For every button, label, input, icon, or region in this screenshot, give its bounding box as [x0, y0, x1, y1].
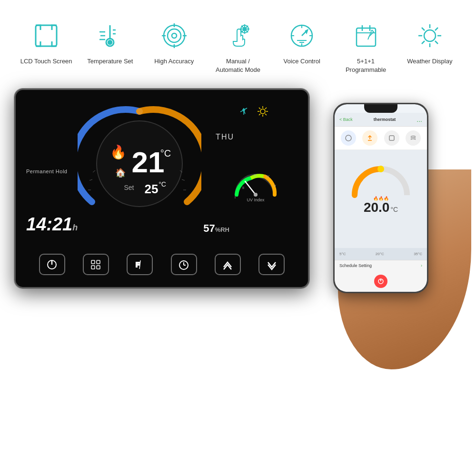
- target-icon: [158, 19, 191, 52]
- time-value: 14:21: [26, 214, 72, 234]
- svg-text:°C: °C: [160, 148, 171, 159]
- weather-label: Weather Display: [407, 57, 452, 66]
- svg-text:II: II: [242, 186, 244, 189]
- temp-range-mid: 20°C: [376, 252, 384, 256]
- sun-icon: [413, 19, 446, 52]
- schedule-button[interactable]: [171, 254, 197, 275]
- hand-gear-icon: [221, 19, 255, 52]
- time-unit: h: [72, 223, 78, 232]
- svg-text:IV: IV: [266, 175, 269, 178]
- svg-point-39: [424, 30, 436, 41]
- humidity-display: 57%RH: [203, 222, 229, 235]
- phone-gauge-svg: 🔥🔥🔥: [347, 155, 414, 202]
- svg-line-72: [93, 170, 95, 172]
- phone-schedule-row[interactable]: Schedule Setting ›: [335, 260, 427, 271]
- svg-marker-28: [306, 30, 307, 33]
- wind-icon: [237, 104, 251, 119]
- temp-range-high: 35°C: [414, 252, 422, 256]
- time-display: 14:21h: [26, 214, 78, 235]
- phone-container: < Back thermostat ...: [319, 103, 462, 355]
- svg-text:🏠: 🏠: [115, 168, 126, 178]
- svg-text:21: 21: [132, 146, 165, 178]
- phone-temp-container: 20.0 °C: [364, 198, 398, 215]
- unit-toggle-button[interactable]: F: [127, 254, 153, 275]
- svg-line-37: [372, 30, 374, 32]
- manual-auto-label: Manual / Automatic Mode: [216, 57, 260, 74]
- svg-point-53: [260, 109, 265, 114]
- svg-text:III: III: [254, 174, 257, 177]
- schedule-label: Schedule Setting: [339, 263, 372, 268]
- phone-back-btn[interactable]: < Back: [339, 117, 353, 122]
- permanent-hold-label: Permanent Hold: [26, 169, 68, 174]
- features-row: LCD Touch Screen Temperature Set: [0, 0, 476, 84]
- svg-rect-96: [389, 136, 394, 140]
- thermostat-screen: Permanent Hold 14:21h THU: [16, 90, 308, 287]
- phone-screen: < Back thermostat ...: [335, 104, 427, 292]
- svg-point-77: [254, 193, 258, 197]
- svg-rect-87: [91, 266, 95, 269]
- feature-temp-set: Temperature Set: [81, 19, 139, 66]
- high-accuracy-label: High Accuracy: [154, 57, 194, 66]
- phone-icons-row: [335, 127, 427, 150]
- voice-icon: [285, 19, 318, 52]
- svg-point-9: [164, 25, 185, 46]
- svg-text:°C: °C: [159, 180, 166, 188]
- lcd-label: LCD Touch Screen: [20, 57, 72, 66]
- phone-frame: < Back thermostat ...: [333, 103, 428, 293]
- svg-line-76: [245, 181, 256, 195]
- weather-icons: [237, 104, 270, 119]
- svg-line-46: [435, 28, 438, 30]
- humidity-value: 57: [203, 222, 215, 234]
- programmable-label: 5+1+1 Programmable: [346, 57, 386, 74]
- svg-line-59: [265, 114, 267, 115]
- feature-lcd: LCD Touch Screen: [18, 19, 75, 66]
- phone-btn-4[interactable]: [406, 130, 421, 146]
- svg-point-11: [172, 33, 177, 38]
- svg-text:V: V: [274, 184, 276, 188]
- svg-point-97: [377, 166, 384, 172]
- phone-more-btn[interactable]: ...: [416, 116, 422, 123]
- power-button[interactable]: [39, 254, 65, 275]
- svg-text:25: 25: [145, 182, 159, 196]
- phone-notch: [364, 104, 397, 113]
- phone-power-button[interactable]: [374, 275, 387, 288]
- svg-point-3: [108, 40, 112, 44]
- svg-line-61: [259, 114, 260, 115]
- phone-temp-unit: °C: [390, 206, 398, 213]
- svg-rect-0: [36, 25, 57, 46]
- svg-text:I: I: [235, 196, 236, 199]
- feature-weather: Weather Display: [401, 19, 458, 66]
- temp-range-low: 5°C: [339, 252, 346, 256]
- temp-down-button[interactable]: [258, 254, 285, 275]
- phone-temp-value: 20.0: [364, 200, 390, 215]
- svg-line-47: [422, 41, 425, 44]
- phone-btn-1[interactable]: [341, 130, 356, 146]
- svg-line-60: [265, 108, 267, 109]
- button-bar: F: [16, 254, 308, 275]
- phone-btn-3[interactable]: [384, 130, 399, 146]
- schedule-icon: [349, 19, 383, 52]
- svg-rect-88: [97, 266, 100, 269]
- humidity-unit: %RH: [215, 226, 229, 233]
- menu-button[interactable]: [83, 254, 109, 275]
- phone-header: < Back thermostat ...: [335, 113, 427, 127]
- feature-programmable: 5+1+1 Programmable: [337, 19, 395, 74]
- svg-point-10: [168, 29, 181, 42]
- svg-line-44: [422, 28, 425, 30]
- svg-point-95: [346, 135, 351, 141]
- phone-btn-2[interactable]: [362, 130, 377, 146]
- phone-title: thermostat: [374, 117, 396, 122]
- sun-weather-icon: [256, 104, 270, 119]
- feature-high-accuracy: High Accuracy: [146, 19, 203, 66]
- phone-power-area: [335, 271, 427, 292]
- svg-line-71: [89, 179, 92, 180]
- svg-rect-85: [91, 260, 95, 264]
- thermometer-icon: [93, 19, 127, 52]
- gauge-container: 🔥 🏠 21 °C Set 25 °C: [78, 102, 201, 226]
- feature-voice: Voice Control: [273, 19, 330, 66]
- temp-up-button[interactable]: [215, 254, 241, 275]
- main-section: Permanent Hold 14:21h THU: [0, 84, 476, 355]
- svg-text:🔥: 🔥: [110, 144, 127, 160]
- svg-line-45: [435, 41, 438, 44]
- lcd-icon: [30, 19, 63, 52]
